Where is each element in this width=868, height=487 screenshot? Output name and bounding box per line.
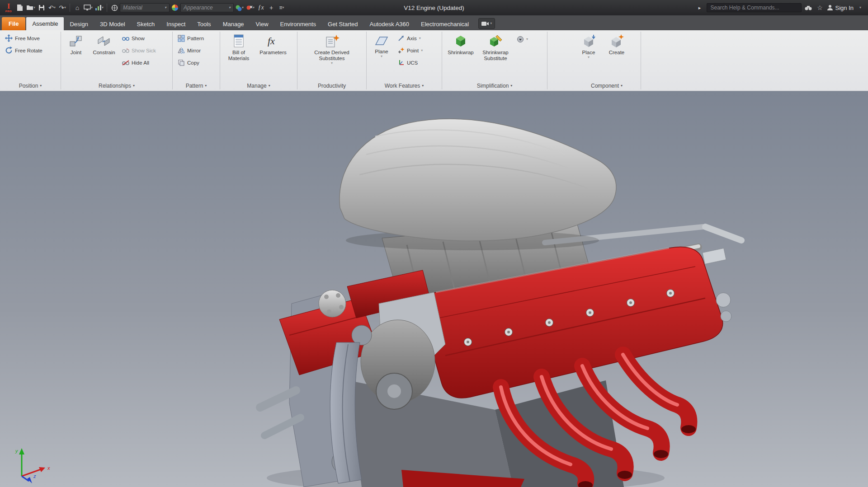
free-rotate-icon <box>5 47 13 54</box>
shrinkwrap-substitute-button[interactable]: Shrinkwrap Substitute <box>478 32 513 62</box>
simplification-options-button[interactable] <box>514 33 531 45</box>
free-move-icon <box>5 34 13 42</box>
tab-inspect[interactable]: Inspect <box>160 18 191 30</box>
measure-button[interactable] <box>94 2 104 14</box>
open-button[interactable] <box>25 2 36 14</box>
toolbar-separator <box>107 4 107 12</box>
titlebar-overflow-button[interactable] <box>855 2 865 14</box>
tab-electromechanical[interactable]: Electromechanical <box>415 18 475 30</box>
hide-all-button[interactable]: Hide All <box>119 56 159 69</box>
redo-button[interactable]: ↷ <box>57 2 67 14</box>
parameters-icon: fx <box>266 34 280 48</box>
display-settings-button[interactable] <box>83 2 94 14</box>
search-binoculars-button[interactable] <box>803 2 813 14</box>
x-axis-label: x <box>47 465 50 471</box>
panel-pattern-footer[interactable]: Pattern <box>173 81 220 91</box>
show-label: Show <box>132 36 145 41</box>
plane-button[interactable]: Plane <box>369 32 394 59</box>
save-button[interactable] <box>37 2 47 14</box>
engine-3d-model[interactable] <box>0 91 868 487</box>
panel-work-features-footer[interactable]: Work Features <box>367 81 442 91</box>
free-rotate-button[interactable]: Free Rotate <box>2 44 45 56</box>
ribbon: Free Move Free Rotate Position Joint Con… <box>0 30 868 91</box>
point-button[interactable]: Point <box>395 44 425 56</box>
add-quick-tool-button[interactable]: + <box>266 2 276 14</box>
pattern-button[interactable]: Pattern <box>175 32 207 44</box>
tab-sketch[interactable]: Sketch <box>131 18 161 30</box>
star-icon: ☆ <box>817 4 823 11</box>
panel-relationships-footer[interactable]: Relationships <box>61 81 172 91</box>
appearance-combobox[interactable]: Appearance <box>180 3 234 12</box>
material-value: Material <box>123 5 142 11</box>
create-derived-substitutes-button[interactable]: Create Derived Substitutes <box>303 32 360 66</box>
fx-parameters-button[interactable]: ƒx <box>256 2 266 14</box>
constrain-icon <box>97 34 111 48</box>
create-button[interactable]: Create <box>603 32 630 56</box>
axis-triad[interactable]: y x z <box>6 443 56 484</box>
shrinkwrap-substitute-icon <box>488 34 503 48</box>
axis-button[interactable]: Axis <box>395 32 425 44</box>
panel-simplification-label: Simplification <box>477 83 509 89</box>
binoculars-icon <box>805 5 812 10</box>
ucs-button[interactable]: UCS <box>395 56 425 69</box>
panel-manage: Bill of Materials fx Parameters Manage <box>220 30 297 91</box>
adjust-appearance-button[interactable] <box>234 2 245 14</box>
globe-icon <box>111 5 118 11</box>
toolbar-separator <box>70 4 70 12</box>
joint-button[interactable]: Joint <box>63 32 89 56</box>
tab-assemble[interactable]: Assemble <box>26 17 64 30</box>
clear-appearance-button[interactable] <box>245 2 255 14</box>
tab-view[interactable]: View <box>250 18 274 30</box>
parameters-button[interactable]: fx Parameters <box>256 32 290 56</box>
undo-button[interactable]: ↶ <box>47 2 57 14</box>
point-icon <box>398 47 405 54</box>
free-rotate-label: Free Rotate <box>15 48 42 53</box>
appearance-sphere-button[interactable] <box>170 2 180 14</box>
panel-pattern-label: Pattern <box>186 83 203 89</box>
favorites-button[interactable]: ☆ <box>815 2 825 14</box>
panel-simplification-footer[interactable]: Simplification <box>442 81 547 91</box>
material-combobox[interactable]: Material <box>120 3 170 12</box>
panel-component-footer[interactable]: Component <box>573 81 641 91</box>
inventor-logo-pro: PRO <box>5 10 12 13</box>
ribbon-expand-button[interactable]: ▸ <box>695 2 705 14</box>
tab-manage[interactable]: Manage <box>217 18 250 30</box>
mirror-button[interactable]: Mirror <box>175 44 203 56</box>
sign-in-button[interactable]: Sign In <box>827 5 854 11</box>
tab-get-started[interactable]: Get Started <box>322 18 363 30</box>
shrinkwrap-button[interactable]: Shrinkwrap <box>444 32 477 56</box>
panel-position: Free Move Free Rotate Position <box>0 30 61 91</box>
place-button[interactable]: Place <box>575 32 602 60</box>
tools-button[interactable] <box>109 2 119 14</box>
inventor-logo[interactable]: I PRO <box>3 1 14 14</box>
chevron-down-icon <box>33 6 35 9</box>
panel-manage-footer[interactable]: Manage <box>220 81 297 91</box>
constrain-button[interactable]: Constrain <box>90 32 118 56</box>
tab-design[interactable]: Design <box>64 18 94 30</box>
person-icon <box>827 5 833 11</box>
new-file-button[interactable] <box>15 2 25 14</box>
media-tools-button[interactable] <box>478 18 495 29</box>
chevron-down-icon <box>421 49 423 52</box>
chevron-down-icon <box>205 84 207 88</box>
panel-productivity-footer[interactable]: Productivity <box>297 81 366 91</box>
chevron-down-icon <box>54 6 56 9</box>
tab-environments[interactable]: Environments <box>274 18 322 30</box>
tab-3d-model[interactable]: 3D Model <box>94 18 131 30</box>
search-input[interactable] <box>707 3 802 12</box>
copy-button[interactable]: Copy <box>175 56 202 69</box>
tab-autodesk-a360[interactable]: Autodesk A360 <box>364 18 415 30</box>
home-button[interactable]: ⌂ <box>72 2 82 14</box>
bill-of-materials-button[interactable]: Bill of Materials <box>222 32 255 62</box>
joint-icon <box>69 34 83 48</box>
free-move-button[interactable]: Free Move <box>2 32 42 44</box>
panel-work-features: Plane Axis Point UCS <box>367 30 442 91</box>
model-viewport[interactable]: y x z <box>0 91 868 487</box>
show-button[interactable]: Show <box>119 32 159 44</box>
toolbar-options-button[interactable]: ≡ <box>277 2 287 14</box>
show-sick-button[interactable]: Show Sick <box>119 44 159 56</box>
chevron-down-icon <box>422 84 424 88</box>
panel-position-footer[interactable]: Position <box>0 81 61 91</box>
tab-file[interactable]: File <box>2 17 25 30</box>
tab-tools[interactable]: Tools <box>191 18 217 30</box>
